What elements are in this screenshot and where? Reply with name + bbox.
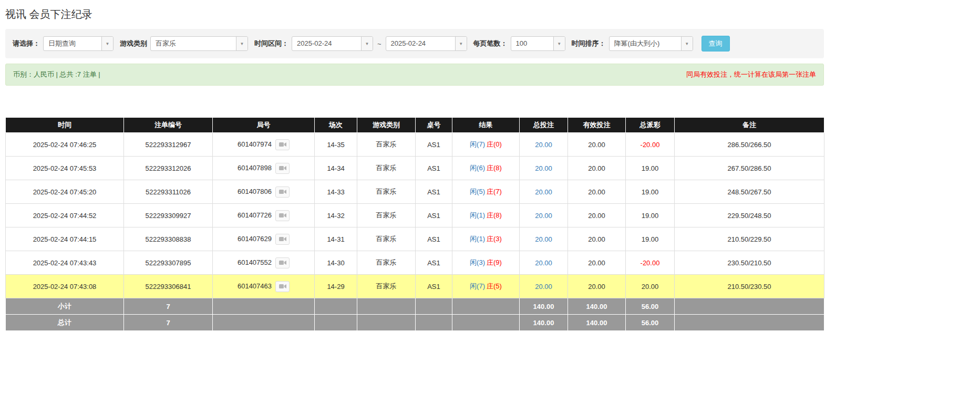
cell-total-bet[interactable]: 20.00 [520,204,568,227]
cell-bet-id: 522293311026 [124,180,213,204]
video-replay-icon[interactable] [275,234,290,245]
cell-table-no: AS1 [416,251,452,275]
cell-time: 2025-02-24 07:46:25 [6,133,124,157]
time-range-group: 时间区间： 2025-02-24 ▼ ~ 2025-02-24 ▼ [254,36,467,51]
chevron-down-icon[interactable]: ▼ [361,37,373,50]
table-row: 2025-02-24 07:46:25 522293312967 6014079… [6,133,824,157]
page-size-select[interactable]: 100 ▼ [511,36,565,51]
table-row: 2025-02-24 07:43:43 522293307895 6014075… [6,251,824,275]
cell-total-bet[interactable]: 20.00 [520,227,568,251]
game-type-group: 游戏类别 百家乐 ▼ [120,36,248,51]
cell-total-bet[interactable]: 20.00 [520,157,568,180]
round-number: 601407629 [238,234,272,242]
header-payout: 总派彩 [626,118,675,133]
cell-game-type: 百家乐 [357,133,416,157]
header-game-type: 游戏类别 [357,118,416,133]
cell-note: 248.50/267.50 [675,180,824,204]
search-button[interactable]: 查询 [702,36,730,51]
total-count: 7 [124,315,213,331]
page: 视讯 会员下注纪录 请选择： 日期查询 ▼ 游戏类别 百家乐 ▼ 时间区间： 2… [5,0,824,331]
filter-bar: 请选择： 日期查询 ▼ 游戏类别 百家乐 ▼ 时间区间： 2025-02-24 … [5,29,824,58]
cell-bet-id: 522293308838 [124,227,213,251]
cell-result: 闲(7)庄(0) [452,133,520,157]
cell-payout: 19.00 [626,180,675,204]
total-row: 总计 7 140.00 140.00 56.00 [6,315,824,331]
cell-table-no: AS1 [416,275,452,298]
cell-payout: -20.00 [626,251,675,275]
cell-result: 闲(1)庄(8) [452,204,520,227]
cell-total-bet[interactable]: 20.00 [520,133,568,157]
cell-note: 210.50/230.50 [675,275,824,298]
cell-table-no: AS1 [416,227,452,251]
header-time: 时间 [6,118,124,133]
date-from-input[interactable]: 2025-02-24 ▼ [292,36,373,51]
video-replay-icon[interactable] [275,163,290,174]
sort-select[interactable]: 降冪(由大到小) ▼ [609,36,693,51]
result-player: 闲(7) [470,282,485,290]
chevron-down-icon[interactable]: ▼ [455,37,467,50]
cell-result: 闲(6)庄(8) [452,157,520,180]
cell-total-bet[interactable]: 20.00 [520,275,568,298]
cell-time: 2025-02-24 07:45:20 [6,180,124,204]
query-type-value: 日期查询 [44,37,101,50]
game-type-select[interactable]: 百家乐 ▼ [150,36,248,51]
video-replay-icon[interactable] [275,139,290,150]
round-number: 601407806 [238,187,272,195]
total-total-bet: 140.00 [520,315,568,331]
cell-total-bet[interactable]: 20.00 [520,251,568,275]
result-player: 闲(3) [470,258,485,266]
cell-result: 闲(5)庄(7) [452,180,520,204]
records-table-wrap: 时间 注单编号 局号 场次 游戏类别 桌号 结果 总投注 有效投注 总派彩 备注… [5,117,824,331]
query-type-select[interactable]: 日期查询 ▼ [43,36,114,51]
total-label: 总计 [6,315,124,331]
chevron-down-icon[interactable]: ▼ [236,37,247,50]
query-type-group: 请选择： 日期查询 ▼ [13,36,114,51]
cell-session: 14-30 [315,251,357,275]
result-player: 闲(5) [470,188,485,195]
video-replay-icon[interactable] [275,281,290,292]
cell-valid-bet: 20.00 [568,133,626,157]
cell-total-bet[interactable]: 20.00 [520,180,568,204]
cell-round: 601407726 [213,204,315,227]
subtotal-row: 小计 7 140.00 140.00 56.00 [6,298,824,315]
cell-game-type: 百家乐 [357,180,416,204]
cell-payout: 20.00 [626,275,675,298]
table-row: 2025-02-24 07:43:08 522293306841 6014074… [6,275,824,298]
chevron-down-icon[interactable]: ▼ [681,37,693,50]
header-note: 备注 [675,118,824,133]
cell-table-no: AS1 [416,133,452,157]
cell-result: 闲(7)庄(5) [452,275,520,298]
cell-bet-id: 522293309927 [124,204,213,227]
cell-round: 601407463 [213,275,315,298]
query-type-label: 请选择： [13,39,40,48]
cell-payout: -20.00 [626,133,675,157]
video-replay-icon[interactable] [275,257,290,268]
cell-round: 601407552 [213,251,315,275]
header-bet-id: 注单编号 [124,118,213,133]
result-banker: 庄(5) [487,282,502,290]
subtotal-label: 小计 [6,298,124,315]
chevron-down-icon[interactable]: ▼ [101,37,113,50]
cell-game-type: 百家乐 [357,227,416,251]
cell-time: 2025-02-24 07:43:43 [6,251,124,275]
cell-bet-id: 522293312967 [124,133,213,157]
result-banker: 庄(8) [487,164,502,172]
cell-payout: 19.00 [626,227,675,251]
sort-group: 时间排序： 降冪(由大到小) ▼ [572,36,693,51]
cell-bet-id: 522293312026 [124,157,213,180]
cell-note: 286.50/266.50 [675,133,824,157]
video-replay-icon[interactable] [275,210,290,221]
cell-game-type: 百家乐 [357,204,416,227]
date-range-separator: ~ [376,40,383,48]
video-replay-icon[interactable] [275,187,290,198]
cell-session: 14-29 [315,275,357,298]
total-payout: 56.00 [626,315,675,331]
cell-session: 14-35 [315,133,357,157]
result-banker: 庄(7) [487,188,502,195]
table-row: 2025-02-24 07:44:52 522293309927 6014077… [6,204,824,227]
chevron-down-icon[interactable]: ▼ [553,37,565,50]
total-valid-bet: 140.00 [568,315,626,331]
date-to-input[interactable]: 2025-02-24 ▼ [386,36,467,51]
cell-session: 14-34 [315,157,357,180]
records-table: 时间 注单编号 局号 场次 游戏类别 桌号 结果 总投注 有效投注 总派彩 备注… [5,117,824,331]
